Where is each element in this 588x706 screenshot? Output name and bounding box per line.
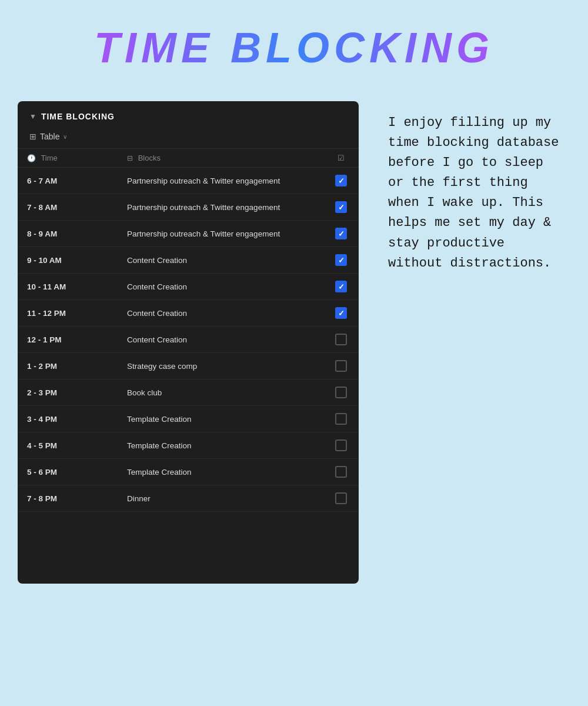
- cell-block: Content Creation: [118, 274, 323, 300]
- cell-time: 7 - 8 AM: [18, 194, 118, 221]
- cell-block: Partnership outreach & Twitter engagemen…: [118, 194, 323, 221]
- checkbox-unchecked[interactable]: [335, 334, 347, 345]
- table-row: 11 - 12 PMContent Creation: [18, 300, 359, 327]
- checkbox-unchecked[interactable]: [335, 413, 347, 425]
- cell-checkbox[interactable]: [323, 247, 359, 274]
- cell-checkbox[interactable]: [323, 432, 359, 459]
- table-row: 5 - 6 PMTemplate Creation: [18, 459, 359, 485]
- cell-block: Content Creation: [118, 247, 323, 274]
- table-icon: ⊞: [29, 132, 36, 141]
- cell-checkbox[interactable]: [323, 327, 359, 353]
- table-row: 7 - 8 AMPartnership outreach & Twitter e…: [18, 194, 359, 221]
- cell-checkbox[interactable]: [323, 168, 359, 194]
- cell-block: Content Creation: [118, 327, 323, 353]
- th-time: 🕐 Time: [18, 149, 118, 168]
- cell-time: 2 - 3 PM: [18, 379, 118, 406]
- cell-block: Dinner: [118, 485, 323, 512]
- view-label: Table: [40, 132, 59, 141]
- cell-time: 5 - 6 PM: [18, 459, 118, 485]
- panel-title: TIME BLOCKING: [41, 112, 115, 121]
- cell-block: Book club: [118, 379, 323, 406]
- cell-block: Content Creation: [118, 300, 323, 327]
- checkbox-checked[interactable]: [335, 281, 347, 292]
- cell-time: 1 - 2 PM: [18, 353, 118, 379]
- cell-checkbox[interactable]: [323, 300, 359, 327]
- checkbox-unchecked[interactable]: [335, 387, 347, 398]
- cell-checkbox[interactable]: [323, 379, 359, 406]
- grid-icon: ⊟: [127, 154, 133, 162]
- clock-icon: 🕐: [27, 154, 36, 162]
- checkbox-checked[interactable]: [335, 254, 347, 266]
- table-row: 12 - 1 PMContent Creation: [18, 327, 359, 353]
- checkbox-checked[interactable]: [335, 228, 347, 239]
- cell-checkbox[interactable]: [323, 274, 359, 300]
- side-text-area: I enjoy filling up my time blocking data…: [376, 101, 570, 285]
- cell-checkbox[interactable]: [323, 485, 359, 512]
- table-row: 2 - 3 PMBook club: [18, 379, 359, 406]
- notion-panel: ▼ TIME BLOCKING ⊞ Table ∨ 🕐 Time ⊟ Block…: [18, 101, 359, 584]
- th-blocks: ⊟ Blocks: [118, 149, 323, 168]
- checkbox-checked[interactable]: [335, 201, 347, 213]
- checkbox-unchecked[interactable]: [335, 360, 347, 372]
- checkbox-unchecked[interactable]: [335, 439, 347, 451]
- cell-time: 9 - 10 AM: [18, 247, 118, 274]
- cell-checkbox[interactable]: [323, 459, 359, 485]
- table-row: 9 - 10 AMContent Creation: [18, 247, 359, 274]
- table-row: 3 - 4 PMTemplate Creation: [18, 406, 359, 432]
- checkbox-unchecked[interactable]: [335, 492, 347, 504]
- page-title: TIME BLOCKING: [0, 0, 588, 72]
- cell-checkbox[interactable]: [323, 353, 359, 379]
- cell-block: Template Creation: [118, 432, 323, 459]
- table-row: 4 - 5 PMTemplate Creation: [18, 432, 359, 459]
- cell-checkbox[interactable]: [323, 221, 359, 247]
- chevron-down-icon: ∨: [63, 134, 67, 140]
- table-row: 6 - 7 AMPartnership outreach & Twitter e…: [18, 168, 359, 194]
- cell-checkbox[interactable]: [323, 406, 359, 432]
- view-selector[interactable]: ⊞ Table ∨: [18, 128, 359, 148]
- cell-block: Partnership outreach & Twitter engagemen…: [118, 168, 323, 194]
- th-check: ☑: [323, 149, 359, 168]
- checkbox-checked[interactable]: [335, 175, 347, 187]
- cell-time: 4 - 5 PM: [18, 432, 118, 459]
- table-header-row: 🕐 Time ⊟ Blocks ☑: [18, 149, 359, 168]
- cell-block: Template Creation: [118, 459, 323, 485]
- table-row: 7 - 8 PMDinner: [18, 485, 359, 512]
- cell-time: 7 - 8 PM: [18, 485, 118, 512]
- cell-block: Strategy case comp: [118, 353, 323, 379]
- cell-time: 3 - 4 PM: [18, 406, 118, 432]
- cell-block: Template Creation: [118, 406, 323, 432]
- chevron-icon: ▼: [29, 112, 36, 121]
- cell-time: 10 - 11 AM: [18, 274, 118, 300]
- time-blocking-table: 🕐 Time ⊟ Blocks ☑ 6 - 7 AMPartnership ou…: [18, 148, 359, 512]
- cell-time: 12 - 1 PM: [18, 327, 118, 353]
- table-row: 10 - 11 AMContent Creation: [18, 274, 359, 300]
- table-row: 8 - 9 AMPartnership outreach & Twitter e…: [18, 221, 359, 247]
- cell-time: 6 - 7 AM: [18, 168, 118, 194]
- cell-time: 8 - 9 AM: [18, 221, 118, 247]
- side-text-content: I enjoy filling up my time blocking data…: [388, 113, 564, 274]
- cell-checkbox[interactable]: [323, 194, 359, 221]
- checkbox-unchecked[interactable]: [335, 466, 347, 478]
- cell-time: 11 - 12 PM: [18, 300, 118, 327]
- cell-block: Partnership outreach & Twitter engagemen…: [118, 221, 323, 247]
- table-row: 1 - 2 PMStrategy case comp: [18, 353, 359, 379]
- checkbox-checked[interactable]: [335, 307, 347, 319]
